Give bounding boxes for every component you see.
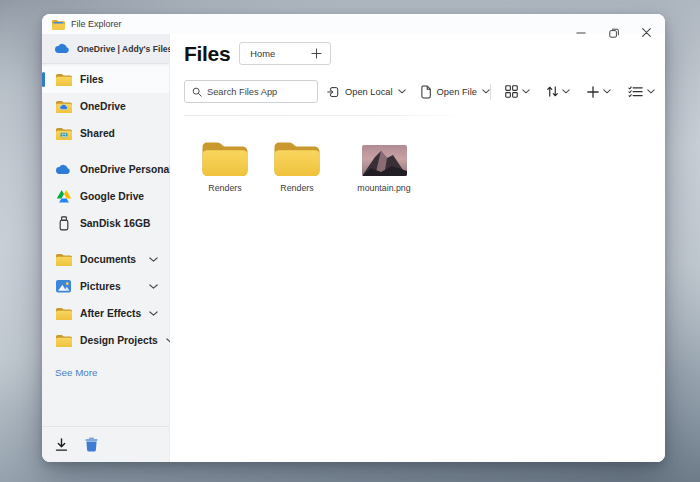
sidebar-bottom xyxy=(42,426,169,462)
sidebar-item-onedrive-personal[interactable]: OneDrive Personal xyxy=(42,156,169,183)
search-icon xyxy=(192,87,202,97)
window-title: File Explorer xyxy=(71,19,122,29)
chevron-down-icon[interactable] xyxy=(149,284,158,290)
pictures-icon xyxy=(55,280,72,293)
toolbar-divider xyxy=(490,84,491,100)
content-area: Files Home xyxy=(170,34,665,462)
view-tools xyxy=(490,84,655,100)
sidebar-item-label: Google Drive xyxy=(80,191,144,202)
image-tile[interactable]: mountain.png xyxy=(348,140,420,193)
sidebar: OneDrive | Addy's Files Files xyxy=(42,34,170,462)
open-file-label: Open File xyxy=(437,87,477,97)
sidebar-item-design-projects[interactable]: Design Projects xyxy=(42,327,169,354)
sidebar-nav: Files OneDrive xyxy=(42,66,169,354)
folder-icon xyxy=(55,307,72,320)
layout-list-button[interactable] xyxy=(628,86,655,97)
sort-button[interactable] xyxy=(547,85,570,98)
file-name: Renders xyxy=(280,183,313,193)
chevron-down-icon[interactable] xyxy=(149,257,158,263)
folder-tile[interactable]: Renders xyxy=(261,140,333,193)
folder-icon xyxy=(274,140,320,176)
google-drive-icon xyxy=(55,190,72,203)
file-name: mountain.png xyxy=(357,183,410,193)
new-tab-button[interactable] xyxy=(311,48,322,59)
files-grid: Renders Renders xyxy=(184,140,665,193)
sidebar-item-label: Design Projects xyxy=(80,335,158,346)
folder-icon xyxy=(55,253,72,266)
sidebar-item-label: OneDrive xyxy=(80,101,126,112)
sidebar-item-files[interactable]: Files xyxy=(42,66,169,93)
sidebar-item-label: Shared xyxy=(80,128,115,139)
grid-view-button[interactable] xyxy=(505,85,530,98)
toolbar: Open Local Open File xyxy=(184,80,665,103)
window-controls xyxy=(575,27,652,38)
chevron-down-icon xyxy=(398,89,406,94)
sidebar-item-label: SanDisk 16GB xyxy=(80,218,150,229)
sidebar-item-label: Documents xyxy=(80,254,136,265)
minimize-button[interactable] xyxy=(575,27,586,38)
downloads-button[interactable] xyxy=(55,438,68,452)
title-bar[interactable]: File Explorer xyxy=(42,14,665,34)
header-row: Files Home xyxy=(184,42,665,65)
sidebar-item-sandisk[interactable]: SanDisk 16GB xyxy=(42,210,169,237)
open-file-button[interactable]: Open File xyxy=(420,85,490,99)
usb-drive-icon xyxy=(55,216,72,231)
image-thumbnail xyxy=(362,140,407,176)
chevron-down-icon xyxy=(482,89,490,94)
file-name: Renders xyxy=(208,183,241,193)
page-title: Files xyxy=(184,42,230,65)
see-more-link[interactable]: See More xyxy=(42,367,169,378)
sidebar-item-shared[interactable]: Shared xyxy=(42,120,169,147)
sidebar-item-after-effects[interactable]: After Effects xyxy=(42,300,169,327)
tab-home[interactable]: Home xyxy=(239,42,331,65)
restore-button[interactable] xyxy=(608,27,619,38)
sidebar-item-label: After Effects xyxy=(80,308,141,319)
tab-label: Home xyxy=(250,49,275,59)
account-label: OneDrive | Addy's Files xyxy=(77,44,172,54)
file-explorer-window: File Explorer OneDrive | Addy's Files xyxy=(42,14,665,462)
folder-shared-icon xyxy=(55,127,72,140)
chevron-down-icon xyxy=(603,89,611,94)
open-local-label: Open Local xyxy=(345,87,393,97)
open-local-button[interactable]: Open Local xyxy=(327,85,406,99)
sidebar-item-label: Files xyxy=(80,74,103,85)
open-local-icon xyxy=(327,85,340,99)
add-new-button[interactable] xyxy=(587,86,611,98)
trash-button[interactable] xyxy=(85,437,98,452)
toolbar-separator xyxy=(184,115,471,116)
sidebar-item-documents[interactable]: Documents xyxy=(42,246,169,273)
cloud-icon xyxy=(55,164,72,175)
open-file-icon xyxy=(420,85,432,99)
search-box[interactable] xyxy=(184,80,318,103)
close-button[interactable] xyxy=(641,27,652,38)
sidebar-item-label: OneDrive Personal xyxy=(80,164,172,175)
folder-icon xyxy=(55,73,72,86)
search-input[interactable] xyxy=(207,87,311,97)
folder-icon xyxy=(55,334,72,347)
folder-icon xyxy=(202,140,248,176)
chevron-down-icon[interactable] xyxy=(149,311,158,317)
folder-onedrive-icon xyxy=(55,100,72,113)
sidebar-item-google-drive[interactable]: Google Drive xyxy=(42,183,169,210)
sidebar-account[interactable]: OneDrive | Addy's Files xyxy=(42,34,169,64)
sidebar-item-label: Pictures xyxy=(80,281,121,292)
sidebar-item-onedrive[interactable]: OneDrive xyxy=(42,93,169,120)
chevron-down-icon xyxy=(522,89,530,94)
chevron-down-icon xyxy=(562,89,570,94)
folder-tile[interactable]: Renders xyxy=(189,140,261,193)
app-icon xyxy=(52,19,65,30)
chevron-down-icon xyxy=(647,89,655,94)
onedrive-cloud-icon xyxy=(55,43,70,54)
sidebar-item-pictures[interactable]: Pictures xyxy=(42,273,169,300)
